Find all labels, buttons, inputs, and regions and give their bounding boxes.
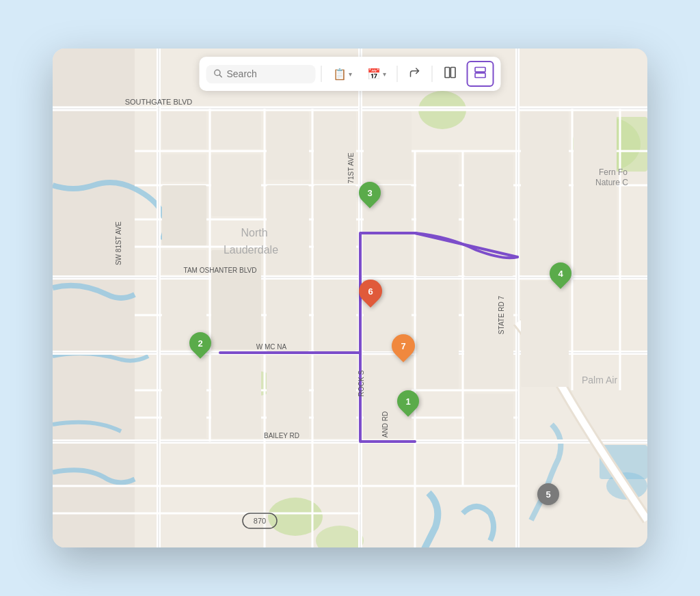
svg-rect-71: [521, 281, 569, 387]
svg-rect-54: [211, 356, 261, 438]
svg-rect-44: [211, 154, 261, 216]
search-input[interactable]: [227, 68, 309, 79]
svg-text:W MC NA: W MC NA: [256, 343, 287, 351]
search-icon: [213, 68, 223, 80]
svg-rect-56: [267, 280, 309, 351]
svg-text:ROCK S: ROCK S: [358, 370, 365, 397]
svg-text:Palm Air: Palm Air: [582, 375, 617, 385]
marker-1[interactable]: 1: [392, 385, 423, 416]
svg-rect-64: [416, 154, 459, 276]
svg-text:Nature C: Nature C: [595, 178, 628, 187]
svg-text:Fern Fo: Fern Fo: [599, 167, 628, 177]
split-v-icon: [474, 66, 487, 82]
calendar-button[interactable]: 📅 ▾: [362, 64, 392, 84]
marker-5[interactable]: 5: [537, 483, 559, 505]
toolbar-divider-2: [397, 66, 398, 82]
svg-rect-91: [450, 68, 455, 78]
split-v-button[interactable]: [467, 61, 494, 87]
svg-rect-48: [162, 185, 206, 245]
svg-rect-45: [267, 111, 309, 180]
toolbar-divider-3: [432, 66, 433, 82]
marker-7[interactable]: 7: [387, 329, 420, 362]
svg-rect-68: [464, 394, 513, 438]
calendar-chevron: ▾: [383, 70, 386, 78]
marker-4[interactable]: 4: [545, 258, 576, 288]
svg-text:STATE RD 7: STATE RD 7: [498, 295, 505, 334]
map-area[interactable]: SOUTHGATE BLVD 71ST AVE SW 81ST AVE TAM …: [53, 49, 647, 547]
svg-rect-65: [416, 280, 459, 389]
svg-rect-59: [314, 280, 356, 351]
svg-rect-55: [267, 185, 309, 274]
calendar-icon: 📅: [367, 68, 381, 81]
svg-rect-70: [574, 111, 617, 275]
svg-rect-60: [314, 356, 356, 438]
svg-rect-58: [314, 185, 356, 274]
svg-text:North: North: [241, 227, 267, 239]
marker-2[interactable]: 2: [185, 327, 215, 358]
toolbar-divider-1: [321, 66, 322, 82]
clipboard-chevron: ▾: [349, 70, 352, 78]
split-h-button[interactable]: [438, 62, 463, 85]
svg-rect-52: [162, 356, 206, 438]
svg-text:SW 81ST AVE: SW 81ST AVE: [115, 221, 122, 265]
svg-rect-43: [162, 154, 206, 182]
forward-button[interactable]: [403, 63, 427, 85]
svg-text:870: 870: [254, 517, 266, 525]
svg-text:Lauderdale: Lauderdale: [224, 244, 278, 256]
svg-line-89: [219, 74, 221, 77]
svg-text:71ST AVE: 71ST AVE: [347, 152, 355, 184]
marker-3[interactable]: 3: [354, 177, 385, 208]
svg-rect-57: [267, 356, 309, 438]
split-h-icon: [444, 66, 457, 82]
svg-rect-92: [475, 68, 485, 72]
svg-rect-67: [464, 280, 513, 389]
map-window: SOUTHGATE BLVD 71ST AVE SW 81ST AVE TAM …: [53, 49, 647, 547]
svg-text:AND RD: AND RD: [381, 411, 389, 437]
marker-6[interactable]: 6: [354, 275, 387, 308]
forward-icon: [409, 66, 421, 81]
search-box[interactable]: [206, 65, 316, 83]
svg-text:BAILEY RD: BAILEY RD: [264, 432, 299, 439]
svg-text:TAM OSHANTER BLVD: TAM OSHANTER BLVD: [184, 267, 257, 274]
svg-rect-47: [364, 111, 412, 180]
svg-text:SOUTHGATE BLVD: SOUTHGATE BLVD: [125, 98, 193, 106]
svg-rect-69: [521, 111, 569, 275]
svg-rect-41: [162, 111, 206, 149]
svg-rect-90: [445, 68, 450, 78]
svg-rect-42: [211, 111, 261, 149]
clipboard-icon: 📋: [333, 68, 347, 81]
clipboard-button[interactable]: 📋 ▾: [327, 64, 358, 84]
svg-rect-53: [211, 250, 261, 349]
svg-rect-93: [475, 73, 485, 78]
toolbar: 📋 ▾ 📅 ▾: [200, 57, 501, 91]
